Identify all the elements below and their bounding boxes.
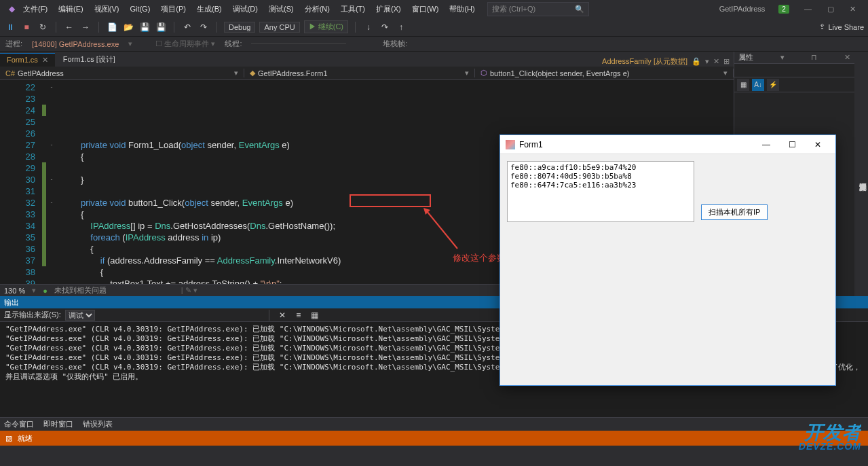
- close-icon[interactable]: ✕: [843, 2, 863, 16]
- menu-analyze[interactable]: 分析(N): [299, 2, 335, 16]
- class-icon: ◆: [250, 69, 255, 77]
- output-clear-icon[interactable]: ✕: [276, 309, 288, 321]
- code-nav-bar: C#GetIPAddress▾ ◆GetIPAddress.Form1▾ ⬡bu…: [0, 67, 734, 80]
- tab-form1-design[interactable]: Form1.cs [设计]: [56, 52, 122, 67]
- nav-class[interactable]: ◆GetIPAddress.Form1▾: [244, 69, 475, 77]
- document-tabs: Form1.cs✕ Form1.cs [设计] AddressFamily [从…: [0, 52, 734, 67]
- form1-textbox[interactable]: fe80::a9ca:df10:b5e9:ba74%20 fe80::8074:…: [507, 161, 694, 222]
- output-wrap-icon[interactable]: ≡: [293, 309, 305, 321]
- nav-method[interactable]: ⬡button1_Click(object sender, EventArgs …: [475, 69, 734, 77]
- new-item-icon[interactable]: 📄: [106, 21, 118, 33]
- categorize-icon[interactable]: ▦: [737, 79, 749, 91]
- search-icon: 🔍: [575, 5, 584, 14]
- issues-text: 未找到相关问题: [54, 285, 107, 295]
- save-all-icon[interactable]: 💾: [155, 21, 167, 33]
- panel-close-icon[interactable]: ✕: [844, 53, 850, 62]
- search-input[interactable]: 搜索 (Ctrl+Q) 🔍: [487, 2, 589, 16]
- step-over-icon[interactable]: ↷: [379, 21, 391, 33]
- status-bar: ▧ 就绪: [0, 431, 868, 446]
- menu-help[interactable]: 帮助(H): [444, 2, 480, 16]
- csharp-icon: C#: [5, 69, 15, 77]
- step-into-icon[interactable]: ↓: [362, 21, 375, 33]
- status-text: 就绪: [18, 433, 33, 444]
- tab-command-window[interactable]: 命令窗口: [4, 419, 34, 429]
- continue-button[interactable]: ▶ 继续(C): [304, 20, 348, 33]
- live-share-icon: ⇪: [819, 22, 825, 31]
- form1-title-text: Form1: [519, 140, 543, 149]
- menu-bar: 文件(F) 编辑(E) 视图(V) Git(G) 项目(P) 生成(B) 调试(…: [18, 2, 480, 16]
- tab-menu-icon[interactable]: ⊞: [723, 57, 730, 66]
- menu-git[interactable]: Git(G): [124, 3, 155, 15]
- form1-scan-button[interactable]: 扫描本机所有IP: [701, 204, 768, 220]
- menu-tools[interactable]: 工具(T): [335, 2, 371, 16]
- form1-runtime-window[interactable]: Form1 — ☐ ✕ fe80::a9ca:df10:b5e9:ba74%20…: [499, 135, 836, 386]
- stop-icon[interactable]: ■: [20, 21, 33, 33]
- watermark: 开发者 DEVZE.COM: [799, 424, 861, 451]
- nav-fwd-icon[interactable]: →: [79, 21, 92, 33]
- panel-pin-icon[interactable]: ⊓: [811, 53, 817, 62]
- open-icon[interactable]: 📂: [122, 21, 134, 33]
- alphabetical-icon[interactable]: A↓: [752, 79, 764, 91]
- tab-add-icon[interactable]: ✕: [713, 57, 719, 66]
- vs-logo-icon: ◆: [5, 3, 18, 15]
- nav-project[interactable]: C#GetIPAddress▾: [0, 69, 244, 77]
- minimize-icon[interactable]: —: [797, 2, 818, 16]
- properties-title: 属性: [738, 52, 753, 62]
- process-name[interactable]: [14800] GetIPAddress.exe: [32, 40, 119, 48]
- output-toggle-icon[interactable]: ▦: [309, 309, 321, 321]
- tab-close-icon[interactable]: ✕: [42, 56, 48, 64]
- tab-form1-cs[interactable]: Form1.cs✕: [0, 53, 55, 67]
- pause-icon[interactable]: ⏸: [4, 21, 16, 33]
- tab-immediate-window[interactable]: 即时窗口: [43, 419, 73, 429]
- menu-extensions[interactable]: 扩展(X): [371, 2, 407, 16]
- form1-app-icon: [506, 140, 515, 149]
- menu-project[interactable]: 项目(P): [155, 2, 191, 16]
- zoom-level[interactable]: 130 %: [4, 287, 25, 295]
- maximize-icon[interactable]: ▢: [820, 2, 841, 16]
- restart-icon[interactable]: ↻: [37, 21, 49, 33]
- config-dropdown[interactable]: Debug: [224, 22, 255, 33]
- lock-icon: 🔒: [692, 57, 701, 66]
- live-share-button[interactable]: ⇪ Live Share: [819, 22, 864, 31]
- form1-close-icon[interactable]: ✕: [806, 137, 830, 152]
- solution-name: GetIPAddress: [714, 3, 771, 14]
- output-source-dropdown[interactable]: 调试: [65, 310, 95, 321]
- nav-back-icon[interactable]: ←: [63, 21, 75, 33]
- main-toolbar: ⏸ ■ ↻ ← → 📄 📂 💾 💾 ↶ ↷ Debug Any CPU ▶ 继续…: [0, 18, 868, 37]
- menu-test[interactable]: 测试(S): [263, 2, 299, 16]
- breadcrumb-meta: AddressFamily [从元数据]: [602, 56, 687, 67]
- issues-ok-icon: ●: [43, 287, 48, 295]
- menu-file[interactable]: 文件(F): [18, 2, 53, 16]
- platform-dropdown[interactable]: Any CPU: [259, 22, 299, 33]
- debug-process-bar: 进程: [14800] GetIPAddress.exe ▾ ☐ 生命周期事件 …: [0, 37, 868, 52]
- form1-minimize-icon[interactable]: —: [754, 137, 778, 152]
- status-icon: ▧: [5, 434, 12, 443]
- tab-overflow-icon[interactable]: ▾: [705, 57, 709, 66]
- form1-titlebar[interactable]: Form1 — ☐ ✕: [500, 135, 835, 154]
- menu-view[interactable]: 视图(V): [89, 2, 125, 16]
- step-out-icon[interactable]: ↑: [395, 21, 407, 33]
- form1-maximize-icon[interactable]: ☐: [780, 137, 804, 152]
- events-icon[interactable]: ⚡: [767, 79, 779, 91]
- menu-debug[interactable]: 调试(D): [227, 2, 263, 16]
- right-dock-strip[interactable]: 资源管理器解决方案: [854, 52, 868, 296]
- method-icon: ⬡: [480, 69, 487, 77]
- menu-window[interactable]: 窗口(W): [407, 2, 445, 16]
- redo-icon[interactable]: ↷: [197, 21, 210, 33]
- properties-toolbar: ▦ A↓ ⚡: [734, 77, 854, 92]
- menu-build[interactable]: 生成(B): [191, 2, 227, 16]
- save-icon[interactable]: 💾: [138, 21, 151, 33]
- tab-error-list[interactable]: 错误列表: [83, 419, 113, 429]
- bottom-tab-strip: 命令窗口 即时窗口 错误列表: [0, 417, 868, 431]
- panel-menu-icon[interactable]: ▾: [780, 53, 785, 62]
- title-bar: ◆ 文件(F) 编辑(E) 视图(V) Git(G) 项目(P) 生成(B) 调…: [0, 0, 868, 18]
- menu-edit[interactable]: 编辑(E): [53, 2, 89, 16]
- notification-badge[interactable]: 2: [778, 5, 789, 14]
- undo-icon[interactable]: ↶: [181, 21, 193, 33]
